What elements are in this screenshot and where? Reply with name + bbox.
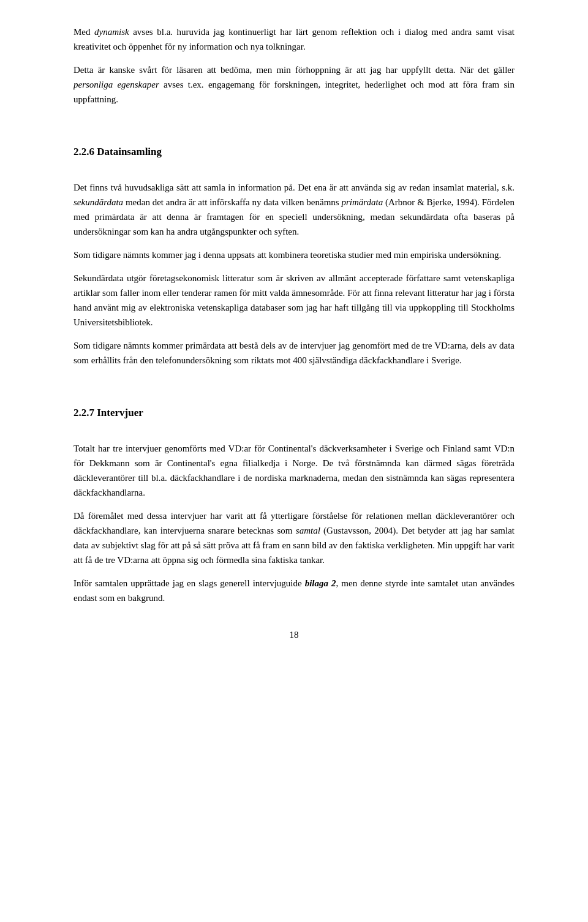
section-226-paragraph-2: Som tidigare nämnts kommer jag i denna u…: [74, 248, 514, 262]
section-226-paragraph-4: Som tidigare nämnts kommer primärdata at…: [74, 338, 514, 368]
section-227-paragraph-3: Inför samtalen upprättade jag en slags g…: [74, 576, 514, 605]
paragraph-2: Detta är kanske svårt för läsaren att be…: [74, 62, 514, 107]
section-227-paragraph-1: Totalt har tre intervjuer genomförts med…: [74, 441, 514, 500]
page-content: Med dynamisk avses bl.a. huruvida jag ko…: [0, 0, 588, 922]
section-227-paragraph-2: Då föremålet med dessa intervjuer har va…: [74, 508, 514, 567]
paragraph-1: Med dynamisk avses bl.a. huruvida jag ko…: [74, 25, 514, 54]
page-number: 18: [74, 630, 514, 640]
section-226-heading: 2.2.6 Datainsamling: [74, 146, 514, 158]
section-226-paragraph-1: Det finns två huvudsakliga sätt att saml…: [74, 180, 514, 239]
section-227-heading: 2.2.7 Intervjuer: [74, 407, 514, 419]
section-226-paragraph-3: Sekundärdata utgör företagsekonomisk lit…: [74, 271, 514, 330]
